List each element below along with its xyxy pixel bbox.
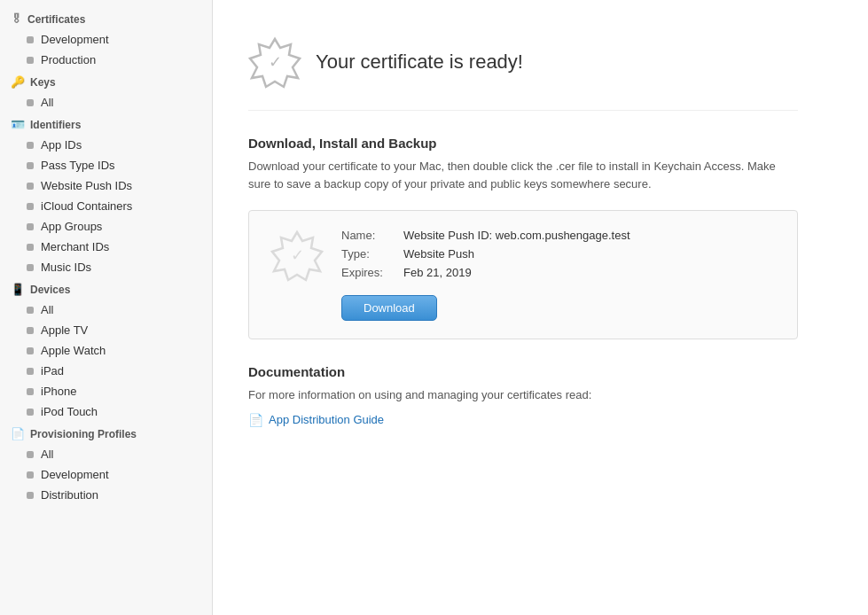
sidebar-item-all-devices-label: All <box>41 303 53 316</box>
svg-text:✓: ✓ <box>269 53 282 71</box>
sidebar: 🎖 Certificates Development Production 🔑 … <box>0 0 213 615</box>
id-icon: 🪪 <box>11 118 25 131</box>
bullet-icon <box>27 99 34 106</box>
sidebar-item-dev-profiles[interactable]: Development <box>0 464 212 485</box>
download-section-description: Download your certificate to your Mac, t… <box>248 158 798 192</box>
bullet-icon <box>27 36 34 43</box>
bullet-icon <box>27 388 34 395</box>
sidebar-section-identifiers-label: Identifiers <box>30 119 81 131</box>
sidebar-item-music-ids-label: Music IDs <box>41 261 91 274</box>
sidebar-item-merchant-ids[interactable]: Merchant IDs <box>0 237 212 257</box>
sidebar-item-development-label: Development <box>41 33 109 46</box>
cert-type-field: Type: Website Push <box>341 247 776 261</box>
bullet-icon <box>27 142 34 149</box>
sidebar-section-devices-label: Devices <box>30 284 70 296</box>
sidebar-item-website-push-ids-label: Website Push IDs <box>41 179 132 192</box>
download-section: Download, Install and Backup Download yo… <box>248 136 798 339</box>
certificate-card: ✓ Name: Website Push ID: web.com.pusheng… <box>248 210 798 339</box>
sidebar-section-certificates-label: Certificates <box>27 13 85 26</box>
download-section-title: Download, Install and Backup <box>248 136 798 151</box>
sidebar-item-icloud-containers[interactable]: iCloud Containers <box>0 196 212 216</box>
documentation-title: Documentation <box>248 364 798 379</box>
cert-type-value: Website Push <box>403 247 474 261</box>
sidebar-item-iphone-label: iPhone <box>41 385 76 398</box>
sidebar-section-provisioning: 📄 Provisioning Profiles <box>0 422 212 444</box>
bullet-icon <box>27 57 34 64</box>
bullet-icon <box>27 183 34 190</box>
sidebar-item-all-profiles-label: All <box>41 448 53 461</box>
cert-expires-label: Expires: <box>341 266 403 279</box>
cert-ready-banner: ✓ Your certificate is ready! <box>248 18 798 111</box>
sidebar-section-devices: 📱 Devices <box>0 277 212 300</box>
sidebar-section-provisioning-label: Provisioning Profiles <box>30 428 137 440</box>
provisioning-icon: 📄 <box>11 427 25 440</box>
sidebar-item-all-keys-label: All <box>41 96 53 109</box>
sidebar-item-all-profiles[interactable]: All <box>0 444 212 464</box>
sidebar-item-app-ids-label: App IDs <box>41 138 82 152</box>
bullet-icon <box>27 327 34 334</box>
cert-ready-title: Your certificate is ready! <box>316 51 523 74</box>
sidebar-section-keys: 🔑 Keys <box>0 70 212 92</box>
bullet-icon <box>27 471 34 479</box>
sidebar-item-ipod-touch[interactable]: iPod Touch <box>0 401 212 422</box>
sidebar-item-app-groups-label: App Groups <box>41 220 102 233</box>
sidebar-item-icloud-containers-label: iCloud Containers <box>41 199 132 213</box>
sidebar-item-app-groups[interactable]: App Groups <box>0 216 212 237</box>
cert-name-field: Name: Website Push ID: web.com.pushengag… <box>341 229 776 242</box>
cert-expires-field: Expires: Feb 21, 2019 <box>341 266 776 279</box>
key-icon: 🔑 <box>11 75 25 89</box>
certificate-details: Name: Website Push ID: web.com.pushengag… <box>341 229 776 321</box>
bullet-icon <box>27 409 34 416</box>
document-icon: 📄 <box>248 413 263 427</box>
bullet-icon <box>27 492 34 499</box>
cert-expires-value: Feb 21, 2019 <box>403 266 472 279</box>
main-content: ✓ Your certificate is ready! Download, I… <box>213 0 868 615</box>
sidebar-item-production-label: Production <box>41 53 96 66</box>
cert-type-label: Type: <box>341 247 403 261</box>
cert-name-value: Website Push ID: web.com.pushengage.test <box>403 229 630 242</box>
sidebar-item-merchant-ids-label: Merchant IDs <box>41 240 109 253</box>
bullet-icon <box>27 368 34 375</box>
app-distribution-guide-label: App Distribution Guide <box>269 413 384 426</box>
sidebar-section-keys-label: Keys <box>30 76 56 89</box>
sidebar-item-all-keys[interactable]: All <box>0 92 212 113</box>
cert-ready-icon: ✓ <box>248 35 301 89</box>
sidebar-item-pass-type-ids-label: Pass Type IDs <box>41 159 115 172</box>
certificate-icon: 🎖 <box>11 12 22 26</box>
bullet-icon <box>27 451 34 458</box>
documentation-description: For more information on using and managi… <box>248 386 798 404</box>
bullet-icon <box>27 264 34 271</box>
sidebar-item-apple-tv[interactable]: Apple TV <box>0 320 212 340</box>
download-button[interactable]: Download <box>341 295 437 321</box>
bullet-icon <box>27 162 34 169</box>
sidebar-item-website-push-ids[interactable]: Website Push IDs <box>0 175 212 196</box>
sidebar-item-ipad[interactable]: iPad <box>0 361 212 381</box>
sidebar-item-iphone[interactable]: iPhone <box>0 381 212 401</box>
svg-text:✓: ✓ <box>291 246 304 264</box>
sidebar-item-pass-type-ids[interactable]: Pass Type IDs <box>0 155 212 175</box>
cert-name-label: Name: <box>341 229 403 242</box>
sidebar-item-ipad-label: iPad <box>41 364 64 378</box>
sidebar-item-apple-watch[interactable]: Apple Watch <box>0 340 212 361</box>
bullet-icon <box>27 347 34 354</box>
sidebar-item-all-devices[interactable]: All <box>0 300 212 320</box>
sidebar-item-production[interactable]: Production <box>0 50 212 70</box>
sidebar-item-ipod-touch-label: iPod Touch <box>41 405 98 418</box>
sidebar-section-certificates: 🎖 Certificates <box>0 7 212 29</box>
bullet-icon <box>27 203 34 210</box>
sidebar-item-dist-profiles-label: Distribution <box>41 488 98 502</box>
sidebar-item-development[interactable]: Development <box>0 29 212 50</box>
bullet-icon <box>27 307 34 314</box>
certificate-card-icon: ✓ <box>270 229 324 282</box>
app-distribution-guide-link[interactable]: 📄 App Distribution Guide <box>248 413 798 427</box>
sidebar-item-app-ids[interactable]: App IDs <box>0 135 212 155</box>
sidebar-item-music-ids[interactable]: Music IDs <box>0 257 212 277</box>
bullet-icon <box>27 223 34 230</box>
documentation-section: Documentation For more information on us… <box>248 364 798 427</box>
sidebar-item-dist-profiles[interactable]: Distribution <box>0 485 212 505</box>
sidebar-section-identifiers: 🪪 Identifiers <box>0 113 212 135</box>
sidebar-item-apple-tv-label: Apple TV <box>41 323 88 337</box>
bullet-icon <box>27 244 34 251</box>
sidebar-item-dev-profiles-label: Development <box>41 468 109 481</box>
sidebar-item-apple-watch-label: Apple Watch <box>41 344 106 357</box>
